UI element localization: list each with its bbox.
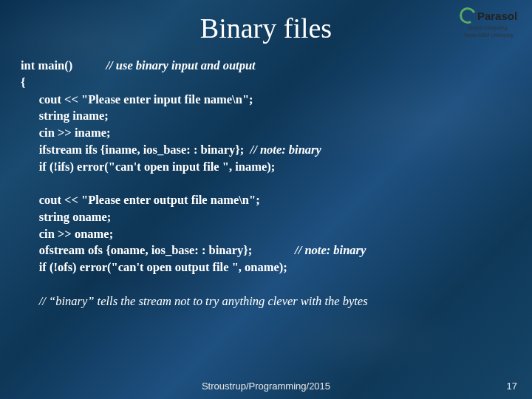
logo-tagline-1: Smart computing. bbox=[455, 25, 522, 31]
code-block: int main() // use binary input and outpu… bbox=[21, 58, 511, 310]
code-line-11b: // note: binary bbox=[295, 243, 366, 257]
code-line-9: string oname; bbox=[39, 210, 112, 224]
code-line-10: cin >> oname; bbox=[39, 227, 113, 241]
page-number: 17 bbox=[507, 381, 517, 392]
swirl-icon bbox=[457, 5, 478, 26]
parasol-logo: Parasol Smart computing. Texas A&M Unive… bbox=[455, 7, 522, 38]
code-line-1a: int main() bbox=[21, 58, 72, 72]
logo-tagline-2: Texas A&M University bbox=[455, 33, 522, 38]
code-line-12: if (!ofs) error("can't open output file … bbox=[39, 260, 287, 274]
code-line-5: cin >> iname; bbox=[39, 126, 111, 140]
code-line-11a: ofstream ofs {oname, ios_base: : binary}… bbox=[39, 243, 253, 257]
code-line-4: string iname; bbox=[39, 109, 109, 123]
footer-text: Stroustrup/Programming/2015 bbox=[0, 381, 532, 392]
slide-title: Binary files bbox=[21, 12, 511, 44]
slide: Parasol Smart computing. Texas A&M Unive… bbox=[0, 0, 532, 399]
code-line-2: { bbox=[21, 75, 26, 89]
code-line-13: // “binary” tells the stream not to try … bbox=[39, 294, 368, 308]
code-line-1b: // use binary input and output bbox=[106, 58, 256, 72]
logo-mark: Parasol bbox=[455, 7, 522, 24]
code-line-8: cout << "Please enter output file name\n… bbox=[39, 193, 260, 207]
code-line-6a: ifstream ifs {iname, ios_base: : binary}… bbox=[39, 143, 245, 157]
code-line-6b: // note: binary bbox=[250, 143, 321, 157]
logo-brand: Parasol bbox=[477, 10, 517, 22]
code-line-3: cout << "Please enter input file name\n"… bbox=[39, 92, 253, 106]
code-line-7: if (!ifs) error("can't open input file "… bbox=[39, 160, 276, 174]
